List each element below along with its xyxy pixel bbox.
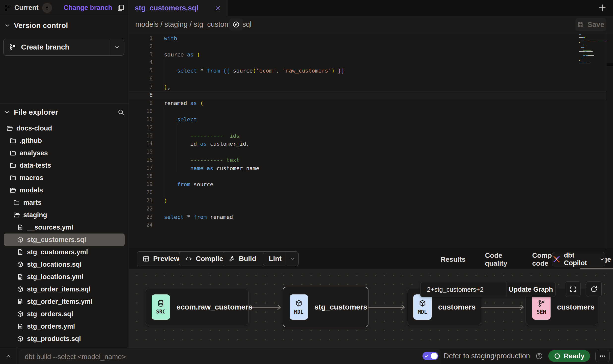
refresh-button[interactable]: [586, 281, 602, 297]
file-tree-item-stg-order-items-sql[interactable]: stg_order_items.sql: [0, 283, 129, 295]
code-line-8[interactable]: 8: [129, 91, 606, 99]
line-number: 23: [129, 213, 153, 221]
code-line-6[interactable]: 6: [129, 75, 606, 83]
code-line-23[interactable]: 23select * from renamed: [129, 213, 606, 221]
ellipsis-icon: [599, 352, 606, 360]
code-line-12[interactable]: 12: [129, 124, 606, 132]
lint-button[interactable]: Lint: [263, 251, 299, 266]
file-tree-item-stg-order-items-yml[interactable]: stg_order_items.yml: [0, 295, 129, 308]
minimap-line: [580, 42, 580, 43]
file-tree-item-stg-locations-yml[interactable]: stg_locations.yml: [0, 271, 129, 283]
file-tree-item-stg-locations-sql[interactable]: stg_locations.sql: [0, 258, 129, 271]
file-tree-item--sources-yml[interactable]: __sources.yml: [0, 221, 129, 234]
lint-dropdown[interactable]: [287, 252, 298, 266]
defer-toggle[interactable]: [422, 352, 438, 360]
minimap[interactable]: [579, 34, 605, 52]
graph-selector-input[interactable]: 2+stg_customers+2: [420, 282, 506, 297]
lineage-node-ecom-raw-customers[interactable]: SRCecom.raw_customers: [145, 289, 249, 325]
change-branch-link[interactable]: Change branch: [63, 4, 112, 12]
file-name: stg_locations.yml: [27, 273, 84, 281]
file-name: stg_order_items.sql: [27, 286, 91, 293]
code-line-7[interactable]: 7),: [129, 83, 606, 91]
file-tree-item-marts[interactable]: marts: [0, 196, 129, 209]
line-number: 3: [129, 51, 153, 59]
line-number: 16: [129, 156, 153, 164]
preview-button[interactable]: Preview: [137, 251, 185, 266]
code-line-14[interactable]: 14 id as customer_id,: [129, 140, 606, 148]
lineage-node-stg-customers[interactable]: MDLstg_customers: [283, 287, 368, 327]
compile-label: Compile: [196, 255, 223, 263]
close-icon[interactable]: [214, 5, 221, 12]
file-name: stg_customers.yml: [27, 248, 88, 256]
help-icon[interactable]: [535, 352, 543, 360]
panel-tab-code-quality[interactable]: Code quality: [483, 249, 515, 270]
breadcrumb-bar: models / staging / stg_customers.sql Sav…: [129, 16, 613, 33]
file-tree-item-stg-customers-sql[interactable]: stg_customers.sql: [4, 234, 125, 246]
search-icon[interactable]: [117, 108, 125, 116]
file-tree-item-stg-products-sql[interactable]: stg_products.sql: [0, 333, 129, 345]
compile-button[interactable]: Compile: [179, 251, 229, 266]
code-line-24[interactable]: 24: [129, 221, 606, 229]
panel-tab-results[interactable]: Results: [439, 249, 468, 270]
dbt-copilot-button[interactable]: dbt Copilot: [552, 252, 605, 266]
code-line-17[interactable]: 17 name as customer_name: [129, 164, 606, 172]
code-line-9[interactable]: 9renamed as (: [129, 99, 606, 107]
file-tree-item-staging[interactable]: staging: [0, 209, 129, 221]
create-branch-button[interactable]: Create branch: [3, 39, 124, 56]
code-line-13[interactable]: 13 ---------- ids: [129, 132, 606, 140]
version-control-title: Version control: [14, 21, 68, 30]
navigate-button[interactable]: [229, 19, 243, 30]
status-badge-ready[interactable]: Ready: [548, 350, 590, 362]
command-bar[interactable]: dbt build --select <model_name>: [19, 349, 441, 364]
code-line-5[interactable]: 5 select * from {{ source('ecom', 'raw_c…: [129, 67, 606, 75]
file-tree-item-data-tests[interactable]: data-tests: [0, 159, 129, 172]
code-line-11[interactable]: 11 select: [129, 115, 606, 124]
line-number: 14: [129, 140, 153, 148]
version-control-header[interactable]: Version control: [4, 21, 68, 30]
file-tree-item-macros[interactable]: macros: [0, 172, 129, 184]
tab-stg-customers[interactable]: stg_customers.sql: [129, 0, 227, 16]
code-editor[interactable]: 1with23source as (45 select * from {{ so…: [129, 33, 613, 249]
save-button[interactable]: Save: [575, 18, 606, 31]
fullscreen-icon: [569, 286, 577, 293]
code-line-22[interactable]: 22: [129, 205, 606, 213]
overview-ruler: [606, 33, 606, 249]
file-tree-item-stg-orders-sql[interactable]: stg_orders.sql: [0, 308, 129, 320]
file-tree-item-docs-cloud[interactable]: docs-cloud: [0, 122, 129, 134]
file-tree-item-stg-orders-yml[interactable]: stg_orders.yml: [0, 320, 129, 333]
code-line-4[interactable]: 4: [129, 58, 606, 67]
folder-icon: [9, 150, 16, 156]
file-tree-item-models[interactable]: models: [0, 184, 129, 196]
code-line-19[interactable]: 19 from source: [129, 180, 606, 188]
lineage-canvas[interactable]: SRCecom.raw_customersMDLstg_customersMDL…: [129, 269, 613, 348]
editor-toolbar: Preview Compile Build Lint ResultsCode q…: [129, 249, 613, 269]
code-line-16[interactable]: 16 ---------- text: [129, 156, 606, 164]
fullscreen-button[interactable]: [565, 281, 581, 297]
code-line-15[interactable]: 15: [129, 148, 606, 156]
code-text: ---------- ids: [164, 132, 240, 140]
copilot-logo-icon: [552, 255, 561, 263]
file-tree-item--github[interactable]: .github: [0, 134, 129, 147]
create-branch-dropdown[interactable]: [110, 39, 124, 55]
code-line-1[interactable]: 1with: [129, 34, 606, 42]
code-line-21[interactable]: 21): [129, 197, 606, 205]
code-line-18[interactable]: 18: [129, 172, 606, 181]
code-line-2[interactable]: 2: [129, 42, 606, 51]
file-icon: [17, 273, 24, 280]
file-name: stg_order_items.yml: [27, 298, 92, 306]
command-input[interactable]: dbt build --select <model_name>: [25, 353, 126, 361]
file-tree-item-analyses[interactable]: analyses: [0, 147, 129, 159]
update-graph-button[interactable]: Update Graph: [506, 282, 555, 297]
minimap-line: [584, 63, 586, 63]
code-line-10[interactable]: 10: [129, 107, 606, 115]
collapse-panel-button[interactable]: [0, 348, 17, 364]
file-explorer-header[interactable]: File explorer: [4, 107, 125, 118]
code-line-20[interactable]: 20: [129, 188, 606, 197]
code-line-3[interactable]: 3source as (: [129, 51, 606, 59]
new-tab-button[interactable]: [598, 3, 607, 12]
copy-icon[interactable]: [117, 4, 125, 12]
more-options-button[interactable]: [595, 350, 610, 362]
folder-icon: [9, 174, 16, 181]
code-text: ),: [164, 83, 171, 91]
file-tree-item-stg-customers-yml[interactable]: stg_customers.yml: [0, 246, 129, 258]
